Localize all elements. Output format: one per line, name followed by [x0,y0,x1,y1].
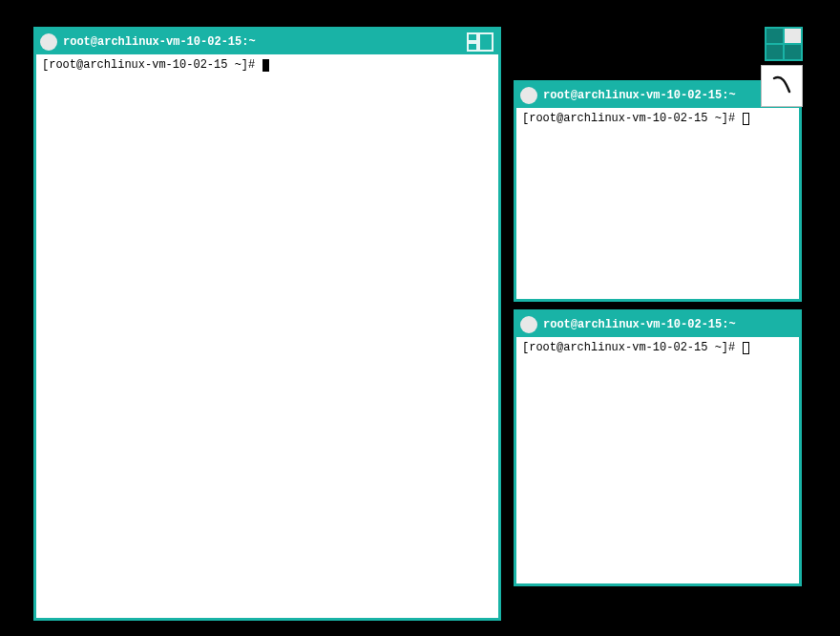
prompt: [root@archlinux-vm-10-02-15 ~]# [522,341,742,354]
prompt: [root@archlinux-vm-10-02-15 ~]# [522,112,742,125]
pager-cell-3[interactable] [785,45,801,59]
terminal-icon [768,73,795,99]
pager-cell-0[interactable] [766,29,783,43]
prompt: [root@archlinux-vm-10-02-15 ~]# [42,58,262,72]
titlebar[interactable]: root@archlinux-vm-10-02-15:~ [516,83,799,108]
terminal-body[interactable]: [root@archlinux-vm-10-02-15 ~]# [516,108,799,299]
titlebar[interactable]: root@archlinux-vm-10-02-15:~ [36,30,498,54]
terminal-window[interactable]: root@archlinux-vm-10-02-15:~ [root@archl… [33,27,501,621]
window-title: root@archlinux-vm-10-02-15:~ [63,35,256,49]
window-title: root@archlinux-vm-10-02-15:~ [543,89,736,102]
cursor-icon [743,113,749,125]
window-menu-icon[interactable] [520,87,537,104]
terminal-window[interactable]: root@archlinux-vm-10-02-15:~ [root@archl… [514,309,802,586]
window-controls-icon[interactable] [466,32,494,53]
pager-cell-1[interactable] [785,29,801,43]
workspace-pager[interactable] [765,27,803,61]
terminal-window[interactable]: root@archlinux-vm-10-02-15:~ [root@archl… [514,80,802,302]
terminal-body[interactable]: [root@archlinux-vm-10-02-15 ~]# [516,337,799,583]
pager-cell-2[interactable] [766,45,783,59]
titlebar[interactable]: root@archlinux-vm-10-02-15:~ [516,312,799,337]
window-title: root@archlinux-vm-10-02-15:~ [543,318,736,331]
cursor-icon [743,342,749,354]
window-menu-icon[interactable] [520,316,537,333]
terminal-launcher[interactable] [761,65,803,107]
terminal-body[interactable]: [root@archlinux-vm-10-02-15 ~]# [36,54,498,618]
window-menu-icon[interactable] [40,33,57,51]
cursor-icon [262,59,269,72]
